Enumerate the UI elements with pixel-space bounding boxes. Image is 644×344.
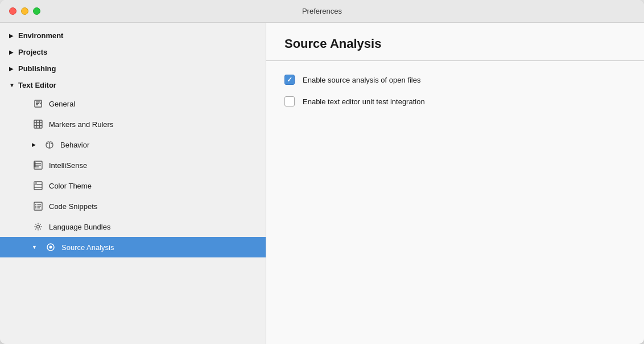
sidebar-item-label: Publishing xyxy=(18,64,56,73)
sidebar-item-projects[interactable]: ▶ Projects xyxy=(0,44,266,60)
svg-rect-16 xyxy=(34,162,36,164)
intellisense-icon xyxy=(32,159,44,171)
svg-point-24 xyxy=(35,204,36,205)
minimize-button[interactable] xyxy=(21,7,28,15)
content-area: ▶ Environment ▶ Projects ▶ Publishing ▼ … xyxy=(0,23,644,344)
sidebar-item-label: Text Editor xyxy=(18,81,56,89)
checkbox-enable-unit-test[interactable] xyxy=(284,96,295,107)
panel-title: Source Analysis xyxy=(284,36,626,51)
svg-point-26 xyxy=(35,207,36,208)
arrow-icon: ▼ xyxy=(32,244,41,250)
maximize-button[interactable] xyxy=(33,7,40,15)
arrow-icon: ▶ xyxy=(9,49,18,55)
svg-point-30 xyxy=(37,226,40,228)
sidebar-item-text-editor[interactable]: ▼ Text Editor xyxy=(0,77,266,93)
edit-icon xyxy=(32,97,44,110)
svg-rect-22 xyxy=(34,182,37,185)
arrow-icon: ▼ xyxy=(9,82,18,88)
checkmark-icon: ✓ xyxy=(287,76,292,84)
checkbox-row-source-analysis: ✓ Enable source analysis of open files xyxy=(284,75,626,85)
sidebar-item-code-snippets[interactable]: Code Snippets xyxy=(0,196,266,216)
svg-rect-18 xyxy=(34,166,36,167)
sidebar-item-source-analysis[interactable]: ▼ Source Analysis xyxy=(0,237,266,257)
sidebar-item-label: Behavior xyxy=(60,141,89,149)
sidebar-item-label: Environment xyxy=(18,31,63,40)
arrow-icon: ▶ xyxy=(9,32,18,39)
main-panel: Source Analysis ✓ Enable source analysis… xyxy=(266,23,644,344)
sidebar-item-publishing[interactable]: ▶ Publishing xyxy=(0,60,266,77)
sidebar-item-label: Projects xyxy=(18,48,47,56)
sidebar-item-label: IntelliSense xyxy=(49,161,87,170)
title-bar: Preferences xyxy=(0,0,644,23)
sidebar-item-color-theme[interactable]: Color Theme xyxy=(0,175,266,196)
window-title: Preferences xyxy=(302,7,342,15)
sidebar-item-general[interactable]: General xyxy=(0,93,266,114)
sidebar-item-label: General xyxy=(49,100,75,108)
svg-point-25 xyxy=(35,206,36,207)
svg-rect-5 xyxy=(34,120,42,128)
sidebar-item-intellisense[interactable]: IntelliSense xyxy=(0,155,266,175)
sidebar-item-label: Markers and Rulers xyxy=(49,120,113,129)
panel-content: ✓ Enable source analysis of open files E… xyxy=(266,75,644,107)
svg-point-11 xyxy=(51,143,52,144)
sidebar-item-behavior[interactable]: ▶ Behavior xyxy=(0,134,266,155)
checkbox-label-source-analysis: Enable source analysis of open files xyxy=(303,76,420,84)
arrow-icon: ▶ xyxy=(9,65,18,72)
close-button[interactable] xyxy=(9,7,16,15)
svg-point-10 xyxy=(47,143,48,144)
panel-header: Source Analysis xyxy=(266,23,644,60)
preferences-window: Preferences ▶ Environment ▶ Projects ▶ P… xyxy=(0,0,644,344)
snippet-icon xyxy=(32,200,44,212)
circle-dot-icon xyxy=(44,241,57,253)
markers-icon xyxy=(32,118,44,130)
sidebar-item-label: Source Analysis xyxy=(61,243,114,252)
sidebar-item-markers-rulers[interactable]: Markers and Rulers xyxy=(0,114,266,134)
gear-icon xyxy=(32,220,44,233)
svg-point-32 xyxy=(49,246,52,249)
color-theme-icon xyxy=(32,179,44,192)
traffic-lights xyxy=(9,7,40,15)
sidebar-item-label: Color Theme xyxy=(49,182,92,190)
checkbox-enable-source-analysis[interactable]: ✓ xyxy=(284,75,295,85)
sidebar: ▶ Environment ▶ Projects ▶ Publishing ▼ … xyxy=(0,23,266,344)
sidebar-item-label: Code Snippets xyxy=(49,202,97,211)
panel-divider xyxy=(266,60,644,61)
arrow-icon: ▶ xyxy=(32,142,41,148)
brain-icon xyxy=(43,138,56,151)
sidebar-item-language-bundles[interactable]: Language Bundles xyxy=(0,216,266,237)
checkbox-label-unit-test: Enable text editor unit test integration xyxy=(303,97,425,106)
sidebar-item-label: Language Bundles xyxy=(49,223,110,231)
checkbox-row-unit-test: Enable text editor unit test integration xyxy=(284,96,626,107)
svg-rect-17 xyxy=(34,164,36,166)
sidebar-item-environment[interactable]: ▶ Environment xyxy=(0,27,266,44)
